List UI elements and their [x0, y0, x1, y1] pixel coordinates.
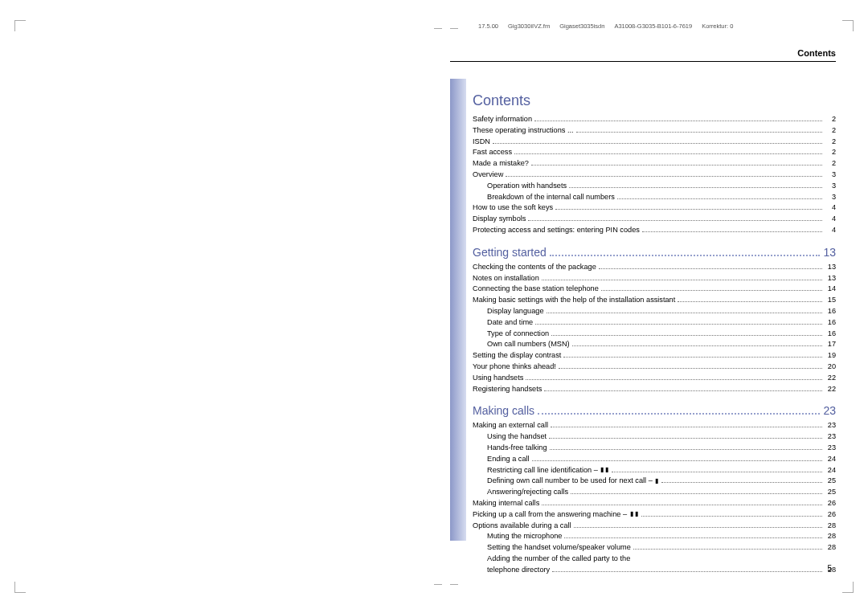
meta-correction: Korrektur: 0 [702, 22, 733, 30]
toc-entry: Display language16 [473, 306, 836, 317]
toc-entry-label: Made a mistake? [473, 158, 529, 170]
toc-entry-page: 20 [825, 362, 836, 373]
toc-entry-label: Operation with handsets [487, 181, 567, 192]
toc-heading-label: Getting started [473, 246, 547, 259]
toc-leader [542, 505, 822, 505]
toc-entry-page: 22 [825, 384, 836, 395]
toc-leader [569, 187, 822, 188]
toc-entry: Fast access2 [473, 147, 836, 158]
toc-entry-label: How to use the soft keys [473, 202, 553, 214]
toc-heading-page: 23 [823, 404, 836, 417]
toc-leader [531, 165, 822, 166]
toc-leader [642, 231, 822, 232]
toc-leader [617, 198, 822, 199]
meta-file: Gig3030iIVZ.fm [508, 22, 550, 30]
toc-entry-label: Registering handsets [473, 384, 542, 395]
toc-entry-page: 2 [825, 147, 836, 158]
toc-entry-page: 13 [825, 273, 836, 284]
toc-entry: Your phone thinks ahead!20 [473, 362, 836, 373]
toc-leader [552, 571, 822, 572]
menu-key-icon: ▮ [605, 465, 608, 475]
toc-leader [526, 379, 822, 380]
toc-entry-label: Using handsets [473, 373, 523, 384]
crop-mark-mtr [450, 28, 458, 29]
toc-leader [563, 357, 822, 358]
toc-entry-page: 4 [825, 225, 836, 236]
toc-entry-label: Own call numbers (MSN) [487, 339, 570, 350]
toc-entry-page: 16 [825, 329, 836, 340]
toc-entry-page: 2 [825, 125, 836, 137]
crop-mark-tl [14, 20, 26, 31]
toc-leader [493, 143, 822, 144]
toc-content: Contents Safety information2These operat… [473, 92, 836, 575]
toc-entry-label: Date and time [487, 317, 533, 329]
toc-entry: Making an external call23 [473, 420, 836, 431]
toc-entry: telephone directory28 [473, 565, 836, 576]
toc-entry: Making internal calls26 [473, 498, 836, 509]
toc-leader [551, 335, 822, 336]
toc-entry-label: Hands-free talking [487, 443, 547, 454]
toc-entry-page: 4 [825, 214, 836, 225]
toc-entry-page: 16 [825, 317, 836, 329]
toc-entry: Breakdown of the internal call numbers3 [473, 192, 836, 203]
toc-entry-label: Using the handset [487, 431, 547, 443]
toc-title: Contents [473, 92, 836, 109]
toc-leader [601, 290, 822, 291]
toc-entry-page: 2 [825, 158, 836, 170]
toc-entry-page: 28 [825, 521, 836, 532]
toc-entry: Using the handset23 [473, 431, 836, 443]
crop-mark-tr [842, 20, 854, 31]
toc-entry: ISDN2 [473, 137, 836, 148]
toc-entry: Operation with handsets3 [473, 181, 836, 192]
toc-entry: Options available during a call28 [473, 521, 836, 532]
menu-key-icon: ▮ [635, 509, 638, 519]
toc-entry: Connecting the base station telephone14 [473, 284, 836, 295]
toc-entry-page: 3 [825, 181, 836, 192]
toc-entry-page: 24 [825, 465, 836, 476]
toc-entry: These operating instructions ...2 [473, 125, 836, 137]
toc-entry-page: 23 [825, 431, 836, 443]
toc-entry: Protecting access and settings: entering… [473, 225, 836, 236]
toc-entry-label: Overview [473, 170, 503, 181]
toc-leader [535, 324, 822, 325]
toc-entry-label: Notes on installation [473, 273, 539, 284]
toc-leader [551, 427, 822, 427]
toc-entry-label: Breakdown of the internal call numbers [487, 192, 615, 203]
toc-leader [506, 176, 822, 177]
meta-date: 17.5.00 [478, 22, 498, 30]
toc-entry: Date and time16 [473, 317, 836, 329]
toc-entry: Setting the display contrast19 [473, 350, 836, 362]
toc-entry-page: 26 [825, 498, 836, 509]
toc-entry-page: 26 [825, 509, 836, 521]
toc-entry: Hands-free talking23 [473, 443, 836, 454]
toc-leader [571, 493, 822, 494]
toc-entry-page: 22 [825, 373, 836, 384]
toc-entry-label: Muting the microphone [487, 531, 562, 542]
toc-entry: Display symbols4 [473, 214, 836, 225]
page-body: Contents Contents Safety information2The… [450, 48, 836, 581]
toc-leader [544, 390, 822, 391]
running-head: Contents [450, 48, 836, 62]
toc-entry: Adding the number of the called party to… [473, 554, 836, 565]
toc-entry-label: Making an external call [473, 420, 548, 431]
toc-entry-page: 25 [825, 476, 836, 487]
crop-mark-mtl [434, 28, 442, 29]
crop-mark-mbr [450, 584, 458, 585]
toc-entry-label: Adding the number of the called party to… [487, 554, 630, 565]
crop-mark-bl [14, 582, 26, 593]
toc-entry: How to use the soft keys4 [473, 202, 836, 214]
toc-entry-page: 13 [825, 262, 836, 273]
toc-leader [678, 301, 822, 302]
toc-leader [542, 280, 822, 280]
toc-entry-label: Your phone thinks ahead! [473, 362, 556, 373]
toc-entry-label: These operating instructions ... [473, 125, 574, 137]
toc-entry-page: 25 [825, 487, 836, 498]
sidebar-gradient [450, 79, 466, 541]
toc-entry: Restricting call line identification – ▮… [473, 465, 836, 476]
toc-entry: Making basic settings with the help of t… [473, 295, 836, 306]
toc-leader [534, 121, 822, 121]
toc-leader [661, 482, 822, 483]
toc-entry-page: 28 [825, 531, 836, 542]
toc-entry: Made a mistake?2 [473, 158, 836, 170]
menu-key-icon: ▮ [630, 509, 633, 519]
